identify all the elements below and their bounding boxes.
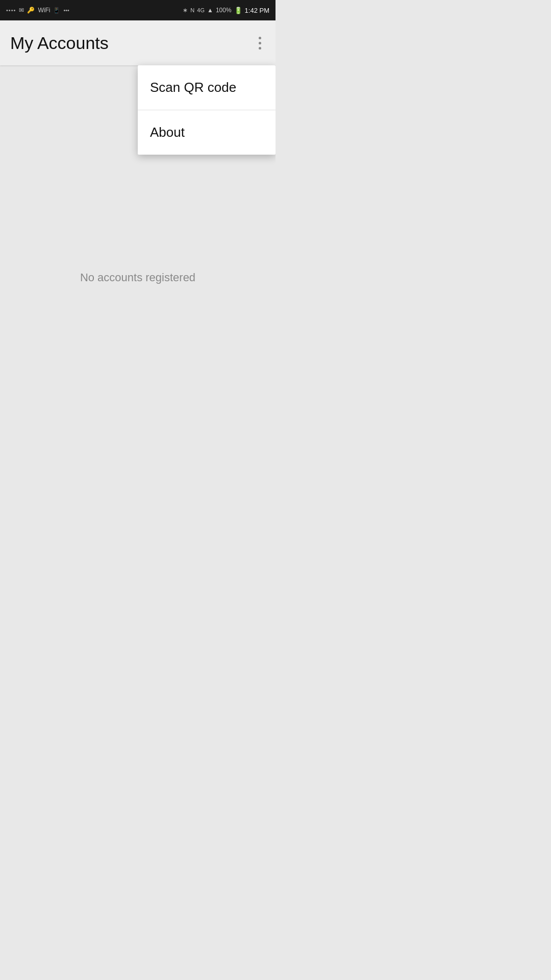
overflow-dots-status: ••• [63, 7, 69, 13]
nfc-icon: N [190, 7, 194, 13]
overflow-dot-1 [259, 37, 261, 39]
menu-item-scan-qr[interactable]: Scan QR code [138, 65, 276, 110]
main-content: Scan QR code About No accounts registere… [0, 65, 276, 490]
network-type-icon: 4G [197, 7, 205, 13]
signal-dots-icon: •••• [6, 7, 16, 13]
key-icon: 🔑 [27, 7, 35, 14]
menu-item-about[interactable]: About [138, 110, 276, 155]
empty-state-message: No accounts registered [80, 271, 195, 284]
wifi-icon: WiFi [38, 7, 50, 14]
status-bar: •••• ✉ 🔑 WiFi 📱 ••• ∗ N 4G ▲ 100% 🔋 1:42… [0, 0, 276, 20]
dropdown-menu: Scan QR code About [138, 65, 276, 155]
page-title: My Accounts [10, 33, 109, 53]
overflow-dot-3 [259, 47, 261, 50]
bluetooth-icon: ∗ [183, 7, 188, 14]
signal-strength-icon: ▲ [207, 7, 213, 14]
sim-icon: 📱 [53, 7, 60, 14]
status-bar-right: ∗ N 4G ▲ 100% 🔋 1:42 PM [183, 7, 269, 14]
time-display: 1:42 PM [245, 7, 269, 14]
overflow-dot-2 [259, 42, 261, 44]
battery-percent: 100% [216, 7, 232, 14]
app-bar: My Accounts [0, 20, 276, 65]
gmail-icon: ✉ [19, 7, 24, 14]
status-bar-left: •••• ✉ 🔑 WiFi 📱 ••• [6, 7, 69, 14]
battery-icon: 🔋 [234, 7, 242, 14]
overflow-menu-button[interactable] [255, 33, 265, 54]
